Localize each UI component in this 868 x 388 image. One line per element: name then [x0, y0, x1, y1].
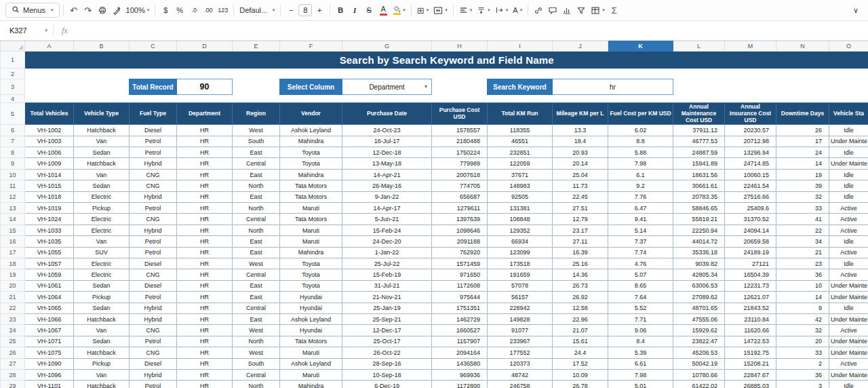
cell[interactable]: 1172608: [432, 280, 488, 291]
table-column-header[interactable]: Mileage KM per L: [553, 103, 608, 125]
column-header[interactable]: J: [553, 41, 608, 52]
cell[interactable]: Toyota: [280, 280, 342, 291]
increase-decimal-button[interactable]: .00: [201, 3, 215, 18]
select-all-corner[interactable]: [1, 41, 25, 52]
cell[interactable]: West: [233, 258, 280, 269]
cell[interactable]: 27.11: [553, 236, 608, 247]
cell[interactable]: 23: [776, 258, 829, 269]
cell[interactable]: Pickup: [74, 292, 130, 303]
column-header[interactable]: L: [673, 41, 725, 52]
column-header[interactable]: C: [130, 41, 177, 52]
cell[interactable]: Diesel: [130, 258, 177, 269]
sum-button[interactable]: Σ: [608, 3, 621, 18]
cell[interactable]: 23110.84: [725, 313, 776, 324]
cell[interactable]: Under Mainte: [829, 369, 868, 380]
cell[interactable]: HR: [177, 358, 233, 369]
toolbar-collapse-button[interactable]: ∨: [849, 3, 863, 18]
cell[interactable]: VH-1002: [25, 125, 74, 136]
table-column-header[interactable]: Vehicle Type: [74, 103, 130, 125]
cell[interactable]: 1462729: [432, 313, 488, 324]
horizontal-align-button[interactable]: [457, 3, 475, 18]
cell[interactable]: 762920: [432, 247, 488, 258]
cell[interactable]: HR: [177, 336, 233, 347]
column-header[interactable]: E: [233, 41, 280, 52]
cell[interactable]: 30661.61: [673, 180, 725, 191]
cell[interactable]: Tata Motors: [280, 191, 342, 202]
table-column-header[interactable]: Total KM Run: [488, 103, 553, 125]
cell[interactable]: 20712.98: [725, 136, 776, 147]
cell[interactable]: 45206.53: [673, 347, 725, 358]
cell[interactable]: 1279611: [432, 203, 488, 214]
cell[interactable]: Petrol: [130, 147, 177, 158]
cell[interactable]: 24887.59: [673, 147, 725, 158]
table-column-header[interactable]: Purchase Date: [342, 103, 432, 125]
cell[interactable]: 46551: [488, 136, 553, 147]
row-header[interactable]: 23: [1, 313, 25, 324]
cell[interactable]: 232851: [488, 147, 553, 158]
cell[interactable]: Idle: [829, 169, 868, 180]
cell[interactable]: Active: [829, 247, 868, 258]
cell[interactable]: Under Mainte: [829, 336, 868, 347]
cell[interactable]: 14-Apr-21: [342, 169, 432, 180]
cell[interactable]: 63006.53: [673, 280, 725, 291]
row-header[interactable]: 20: [1, 280, 25, 291]
cell[interactable]: 971650: [432, 269, 488, 280]
cell[interactable]: [233, 79, 280, 95]
cell[interactable]: 21-Nov-21: [342, 292, 432, 303]
cell[interactable]: Idle: [829, 147, 868, 158]
cell[interactable]: HR: [177, 292, 233, 303]
zoom-control[interactable]: 100%: [124, 3, 152, 18]
cell[interactable]: Petrol: [130, 236, 177, 247]
cell[interactable]: 22: [776, 225, 829, 235]
cell[interactable]: 48742: [488, 369, 553, 380]
cell[interactable]: 92505: [488, 191, 553, 202]
column-header[interactable]: B: [74, 41, 130, 52]
cell[interactable]: 26.78: [553, 381, 608, 388]
cell[interactable]: HR: [177, 225, 233, 235]
cell[interactable]: 1157907: [432, 336, 488, 347]
cell[interactable]: Hyundai: [280, 303, 342, 313]
cell[interactable]: 32: [776, 191, 829, 202]
bold-button[interactable]: B: [334, 3, 347, 18]
cell[interactable]: 123099: [488, 247, 553, 258]
fx-icon[interactable]: fx: [54, 26, 76, 36]
cell[interactable]: Idle: [829, 180, 868, 191]
cell[interactable]: 15941.89: [673, 158, 725, 169]
font-color-button[interactable]: A: [376, 3, 390, 18]
cell[interactable]: South: [233, 136, 280, 147]
table-column-header[interactable]: Annual Insurance Cost USD: [725, 103, 776, 125]
row-header[interactable]: 8: [1, 147, 25, 158]
cell[interactable]: 56157: [488, 292, 553, 303]
cell[interactable]: 12231.73: [725, 280, 776, 291]
row-header[interactable]: 1: [1, 52, 25, 69]
cell[interactable]: CNG: [130, 169, 177, 180]
cell[interactable]: 23822.47: [673, 336, 725, 347]
column-header[interactable]: O: [829, 41, 868, 52]
cell[interactable]: 12.58: [553, 303, 608, 313]
cell[interactable]: 2: [776, 358, 829, 369]
font-size-decrease-button[interactable]: −: [284, 3, 298, 18]
cell[interactable]: Electric: [74, 225, 130, 235]
percent-format-button[interactable]: %: [173, 3, 186, 18]
cell[interactable]: HR: [177, 147, 233, 158]
cell[interactable]: VH-1018: [25, 191, 74, 202]
cell[interactable]: Sedan: [74, 280, 130, 291]
cell[interactable]: 246758: [488, 381, 553, 388]
row-header[interactable]: 5: [1, 103, 25, 125]
cell[interactable]: 20: [776, 336, 829, 347]
cell[interactable]: 14722.53: [725, 336, 776, 347]
cell[interactable]: 25409.6: [725, 203, 776, 214]
cell[interactable]: 1436580: [432, 358, 488, 369]
cell[interactable]: West: [233, 125, 280, 136]
cell[interactable]: 31-Jul-21: [342, 280, 432, 291]
row-header[interactable]: 19: [1, 269, 25, 280]
cell[interactable]: 25-Oct-17: [342, 336, 432, 347]
cell[interactable]: 7.37: [608, 236, 673, 247]
cell[interactable]: 15929.62: [673, 325, 725, 336]
cell[interactable]: Hyundai: [280, 325, 342, 336]
cell[interactable]: 2007618: [432, 169, 488, 180]
cell[interactable]: 46777.53: [673, 136, 725, 147]
cell[interactable]: Diesel: [130, 125, 177, 136]
cell[interactable]: North: [233, 180, 280, 191]
cell[interactable]: VH-1024: [25, 214, 74, 225]
